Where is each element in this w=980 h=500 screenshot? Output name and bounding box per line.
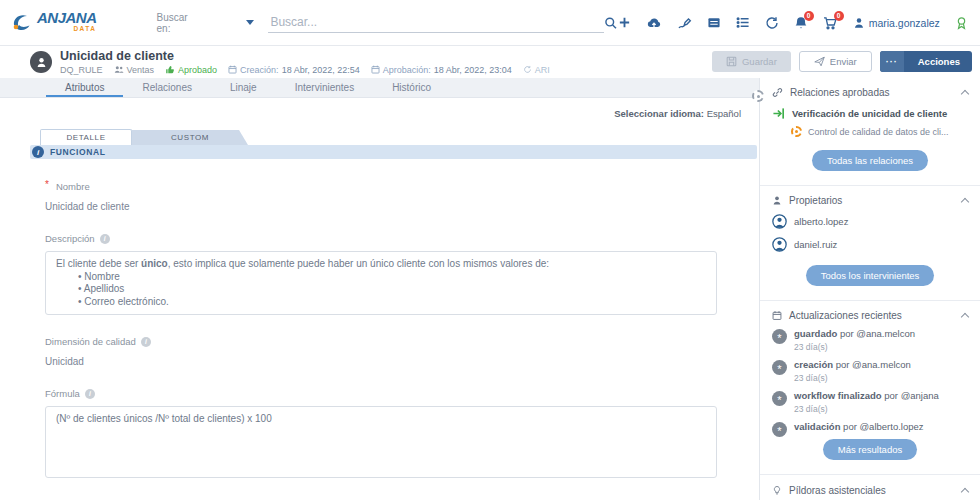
subtab-custom[interactable]: CUSTOM [132, 130, 248, 145]
chevron-up-icon[interactable] [961, 198, 969, 206]
section-funcional-header[interactable]: i FUNCIONAL [30, 145, 757, 159]
actions-button[interactable]: ··· Acciones [880, 51, 972, 72]
propietarios-header[interactable]: Propietarios [772, 195, 968, 206]
chevron-up-icon[interactable] [961, 313, 969, 321]
actions-dots: ··· [880, 51, 904, 72]
formula-label: Fórmula [45, 388, 80, 399]
scope-dropdown-caret-icon[interactable] [246, 20, 254, 25]
history-icon[interactable] [765, 16, 779, 30]
search-icon[interactable] [604, 16, 617, 30]
owner-item[interactable]: daniel.ruiz [772, 237, 968, 252]
owner-name: alberto.lopez [794, 216, 848, 227]
tab-bar: Atributos Relaciones Linaje Intervinient… [0, 78, 759, 98]
descripcion-bullet: Nombre [56, 271, 706, 284]
info-icon[interactable] [85, 389, 95, 399]
descripcion-box[interactable]: El cliente debe ser único, esto implica … [45, 251, 717, 315]
user-icon [853, 17, 865, 29]
calendar-icon [228, 65, 237, 74]
tab-linaje[interactable]: Linaje [211, 78, 276, 97]
section-propietarios: Propietarios alberto.lopez daniel.ruiz T… [760, 186, 980, 301]
signature-icon[interactable] [677, 16, 692, 30]
object-title-bar: Unicidad de cliente DQ_RULE Ventas Aprob… [0, 46, 980, 78]
section-pildoras: Píldoras asistenciales No se encontraron… [760, 475, 980, 500]
relation-subitem[interactable]: Control de calidad de datos de cli... [791, 126, 968, 137]
actualizaciones-header[interactable]: Actualizaciones recientes [772, 310, 968, 321]
cloud-upload-icon[interactable] [646, 16, 662, 30]
paper-plane-icon [814, 56, 825, 67]
all-relations-button[interactable]: Todas las relaciones [812, 150, 928, 171]
created-label: Creación: [240, 65, 279, 75]
object-avatar [30, 51, 52, 73]
logo-swirl-icon [10, 11, 34, 35]
chevron-up-icon[interactable] [961, 90, 969, 98]
info-icon[interactable] [141, 337, 151, 347]
relaciones-title: Relaciones aprobadas [790, 87, 890, 98]
top-bar: ANJANA DATA Buscar en: [0, 0, 980, 46]
domain-label: Ventas [127, 65, 155, 75]
tab-atributos[interactable]: Atributos [46, 78, 123, 97]
update-age: 23 día(s) [794, 342, 915, 352]
anjana-logo[interactable]: ANJANA DATA [10, 11, 97, 35]
update-by: por @ana.melcon [836, 359, 911, 370]
dimension-value: Unicidad [45, 356, 759, 367]
object-meta: DQ_RULE Ventas Aprobado Creación: 1 [60, 65, 550, 75]
owner-item[interactable]: alberto.lopez [772, 214, 968, 229]
section-actualizaciones: Actualizaciones recientes guardado por @… [760, 301, 980, 475]
update-by: por @ana.melcon [840, 328, 915, 339]
attributes-form: Nombre Unicidad de cliente Descripción E… [0, 159, 759, 478]
info-icon: i [32, 146, 44, 158]
relation-item[interactable]: Verificación de unicidad de cliente [772, 107, 968, 120]
formula-value: (Nº de clientes únicos /Nº total de clie… [56, 413, 272, 424]
domain-item: Ventas [114, 65, 155, 75]
formula-box[interactable]: (Nº de clientes únicos /Nº total de clie… [45, 406, 717, 478]
field-formula: Fórmula (Nº de clientes únicos /Nº total… [45, 388, 759, 478]
bell-badge: 0 [804, 11, 814, 21]
language-value[interactable]: Español [707, 108, 741, 119]
pildoras-header[interactable]: Píldoras asistenciales [772, 484, 968, 496]
actions-label: Acciones [909, 56, 972, 67]
object-type: DQ_RULE [60, 65, 103, 75]
person-icon [772, 195, 782, 206]
thumb-up-icon [165, 65, 175, 74]
sidebar-settings-gear-icon[interactable] [752, 90, 764, 102]
catalog-icon[interactable] [707, 16, 721, 29]
created-item: Creación: 18 Abr, 2022, 22:54 [228, 65, 360, 75]
descripcion-bold: único [141, 258, 168, 269]
update-age: 23 día(s) [794, 404, 939, 414]
right-sidebar: Relaciones aprobadas Verificación de uni… [759, 78, 980, 500]
dimension-label: Dimensión de calidad [45, 336, 136, 347]
list-icon[interactable] [736, 16, 750, 29]
tab-relaciones[interactable]: Relaciones [123, 78, 210, 97]
subtab-detalle[interactable]: DETALLE [40, 129, 132, 145]
relaciones-header[interactable]: Relaciones aprobadas [772, 87, 968, 98]
cart-badge: 0 [834, 11, 844, 21]
language-selector[interactable]: Seleccionar idioma: Español [0, 98, 759, 125]
relation-item-title: Verificación de unicidad de cliente [792, 108, 947, 119]
save-button[interactable]: Guardar [712, 51, 791, 72]
search-input[interactable] [268, 12, 604, 33]
chevron-up-icon[interactable] [961, 487, 969, 495]
action-buttons: Guardar Enviar ··· Acciones [712, 51, 972, 72]
avatar [772, 237, 787, 252]
gear-icon [791, 126, 802, 137]
info-icon[interactable] [100, 234, 110, 244]
descripcion-pre: El cliente debe ser [56, 258, 141, 269]
bell-icon[interactable]: 0 [794, 16, 808, 30]
update-action: creación [794, 359, 833, 370]
plus-icon[interactable] [618, 16, 631, 29]
all-stakeholders-button[interactable]: Todos los intervinientes [806, 265, 935, 286]
required-asterisk [45, 181, 51, 192]
more-results-button[interactable]: Más resultados [823, 439, 917, 460]
tab-historico[interactable]: Histórico [373, 78, 450, 97]
update-age: 23 día(s) [794, 373, 911, 383]
page-title: Unicidad de cliente [60, 50, 550, 63]
person-icon [35, 56, 48, 69]
send-button[interactable]: Enviar [799, 51, 872, 72]
cart-icon[interactable]: 0 [823, 16, 838, 30]
certificate-icon[interactable] [955, 16, 968, 30]
search-scope-label[interactable]: Buscar en: [157, 12, 203, 34]
user-menu[interactable]: maria.gonzalez [853, 17, 940, 29]
tab-intervinientes[interactable]: Intervinientes [276, 78, 373, 97]
relation-subitem-label: Control de calidad de datos de cli... [808, 127, 949, 137]
version-item[interactable]: ARI [523, 65, 550, 75]
